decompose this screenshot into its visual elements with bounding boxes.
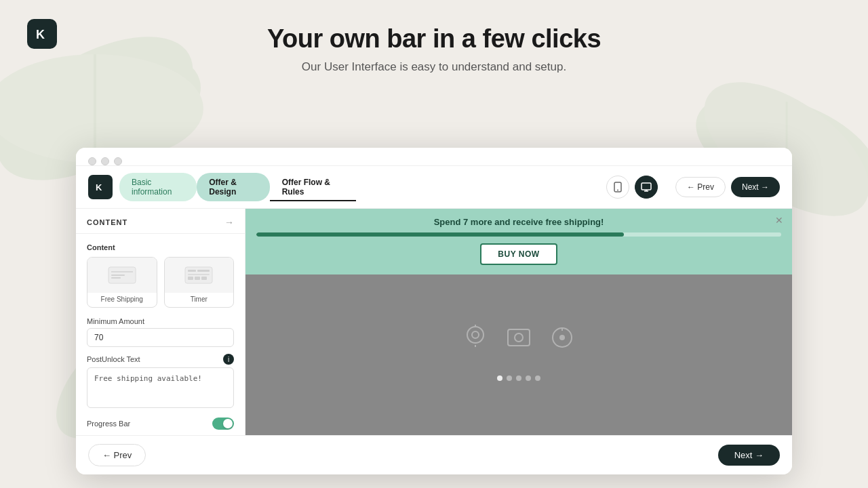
dot-5[interactable] bbox=[535, 375, 540, 381]
svg-rect-22 bbox=[197, 270, 210, 272]
bottom-prev-button[interactable]: ← Prev bbox=[88, 444, 146, 466]
tab-offer-flow-rules[interactable]: Offer Flow & Rules bbox=[270, 173, 356, 201]
dot-2[interactable] bbox=[507, 375, 512, 381]
minimum-amount-label: Minimum Amount bbox=[87, 317, 234, 325]
info-icon[interactable]: i bbox=[223, 354, 234, 365]
svg-rect-24 bbox=[188, 277, 193, 280]
preview-progress-bar bbox=[256, 232, 781, 237]
svg-rect-21 bbox=[188, 270, 196, 272]
svg-rect-25 bbox=[195, 277, 200, 280]
carousel-dots bbox=[489, 367, 549, 389]
preview-cta-container: BUY NOW bbox=[256, 243, 781, 265]
page-title: Your own bar in a few clicks bbox=[0, 24, 868, 54]
nav-tabs: Basic information Offer & Design Offer F… bbox=[119, 173, 356, 201]
svg-rect-18 bbox=[111, 274, 125, 276]
svg-point-28 bbox=[472, 331, 479, 338]
timer-label: Timer bbox=[165, 293, 234, 307]
svg-rect-23 bbox=[188, 274, 210, 275]
nav-prev-button[interactable]: ← Prev bbox=[675, 177, 726, 197]
postunlock-text-input[interactable]: Free shipping available! bbox=[87, 367, 234, 408]
svg-rect-13 bbox=[642, 183, 651, 190]
svg-point-27 bbox=[467, 327, 484, 343]
tab-offer-design[interactable]: Offer & Design bbox=[197, 173, 269, 201]
buy-now-button[interactable]: BUY NOW bbox=[480, 243, 557, 265]
progress-bar-toggle[interactable] bbox=[212, 418, 234, 430]
preview-bar: Spend 7 more and receive free shipping! … bbox=[245, 209, 792, 274]
sidebar: CONTENT → Content Fr bbox=[76, 209, 245, 435]
sidebar-header: CONTENT → bbox=[76, 209, 245, 234]
minimum-amount-group: Minimum Amount bbox=[76, 317, 245, 354]
free-shipping-label: Free Shipping bbox=[87, 293, 157, 307]
timer-preview bbox=[165, 258, 234, 293]
window-dot-2 bbox=[101, 157, 109, 165]
page-header: Your own bar in a few clicks Our User In… bbox=[0, 0, 868, 74]
preview-area: Spend 7 more and receive free shipping! … bbox=[245, 209, 792, 435]
nav-actions: ← Prev Next → bbox=[675, 177, 780, 197]
preview-bar-text: Spend 7 more and receive free shipping! bbox=[256, 217, 781, 227]
nav-next-button[interactable]: Next → bbox=[731, 177, 780, 197]
free-shipping-preview bbox=[87, 258, 157, 293]
svg-text:K: K bbox=[96, 182, 102, 192]
page-subtitle: Our User Interface is easy to understand… bbox=[0, 60, 868, 74]
top-navbar: K Basic information Offer & Design Offer… bbox=[76, 166, 792, 209]
device-toggle bbox=[606, 176, 658, 199]
mobile-device-button[interactable] bbox=[606, 176, 629, 199]
content-options: Free Shipping Timer bbox=[76, 257, 245, 317]
svg-point-34 bbox=[559, 335, 565, 340]
svg-point-32 bbox=[515, 333, 523, 342]
svg-rect-19 bbox=[111, 277, 121, 279]
minimum-amount-input[interactable] bbox=[87, 328, 234, 347]
bottom-nav: ← Prev Next → bbox=[76, 435, 792, 474]
progress-bar-label: Progress Bar bbox=[87, 420, 130, 428]
svg-rect-31 bbox=[508, 329, 530, 346]
option-free-shipping[interactable]: Free Shipping bbox=[87, 257, 157, 308]
sidebar-arrow-icon[interactable]: → bbox=[224, 217, 234, 228]
window-dot-1 bbox=[88, 157, 96, 165]
tab-basic-information[interactable]: Basic information bbox=[119, 173, 197, 201]
main-content: CONTENT → Content Fr bbox=[76, 209, 792, 435]
option-timer[interactable]: Timer bbox=[164, 257, 235, 308]
placeholder-illustration bbox=[459, 321, 578, 354]
titlebar bbox=[76, 148, 792, 166]
preview-close-button[interactable]: ✕ bbox=[773, 214, 785, 226]
postunlock-text-label: PostUnlock Text i bbox=[87, 354, 234, 365]
svg-rect-26 bbox=[201, 277, 207, 280]
svg-point-12 bbox=[617, 190, 618, 191]
dot-1[interactable] bbox=[497, 375, 502, 381]
brand-logo: K bbox=[88, 175, 113, 199]
bottom-next-button[interactable]: Next → bbox=[718, 445, 780, 466]
window-controls bbox=[88, 157, 122, 165]
desktop-device-button[interactable] bbox=[635, 176, 658, 199]
postunlock-text-group: PostUnlock Text i Free shipping availabl… bbox=[76, 354, 245, 418]
sidebar-title: CONTENT bbox=[87, 218, 127, 226]
dot-4[interactable] bbox=[526, 375, 531, 381]
progress-bar-toggle-group: Progress Bar bbox=[76, 418, 245, 435]
window-dot-3 bbox=[114, 157, 122, 165]
app-logo: K bbox=[27, 19, 57, 49]
app-window: K Basic information Offer & Design Offer… bbox=[76, 148, 792, 474]
preview-placeholder bbox=[245, 274, 792, 435]
preview-progress-fill bbox=[256, 232, 624, 237]
dot-3[interactable] bbox=[516, 375, 521, 381]
content-section-label: Content bbox=[76, 243, 245, 257]
svg-text:K: K bbox=[36, 28, 45, 41]
